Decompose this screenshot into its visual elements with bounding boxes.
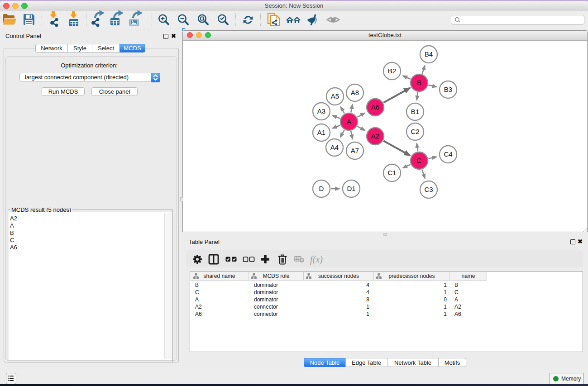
svg-text:C2: C2 — [411, 128, 419, 135]
svg-text:C: C — [417, 157, 422, 164]
svg-text:B3: B3 — [444, 86, 452, 93]
svg-text:A5: A5 — [331, 92, 339, 100]
svg-text:A: A — [347, 118, 351, 125]
svg-text:A6: A6 — [371, 103, 379, 111]
svg-text:A1: A1 — [317, 129, 325, 136]
svg-text:B1: B1 — [411, 108, 419, 115]
svg-text:A2: A2 — [371, 132, 379, 140]
svg-text:A4: A4 — [330, 143, 339, 151]
svg-text:C1: C1 — [387, 169, 396, 176]
svg-text:D1: D1 — [347, 185, 355, 192]
svg-text:B: B — [417, 79, 421, 86]
svg-text:f(x): f(x) — [310, 254, 323, 265]
svg-text:A8: A8 — [351, 89, 359, 96]
svg-text:B2: B2 — [388, 67, 396, 75]
svg-text:A7: A7 — [351, 147, 359, 154]
svg-text:C3: C3 — [424, 186, 433, 193]
svg-text:D: D — [319, 185, 324, 192]
svg-text:B4: B4 — [425, 50, 433, 58]
svg-text:A3: A3 — [317, 107, 325, 115]
svg-text:C4: C4 — [444, 150, 452, 158]
